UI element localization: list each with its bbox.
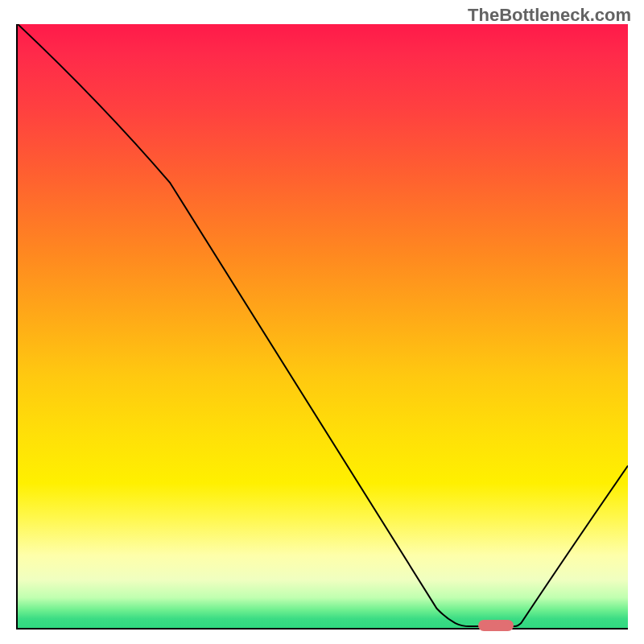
watermark-text: TheBottleneck.com xyxy=(468,5,631,26)
chart-curve xyxy=(18,24,628,628)
chart-plot-area xyxy=(16,24,628,630)
chart-marker xyxy=(478,620,514,631)
